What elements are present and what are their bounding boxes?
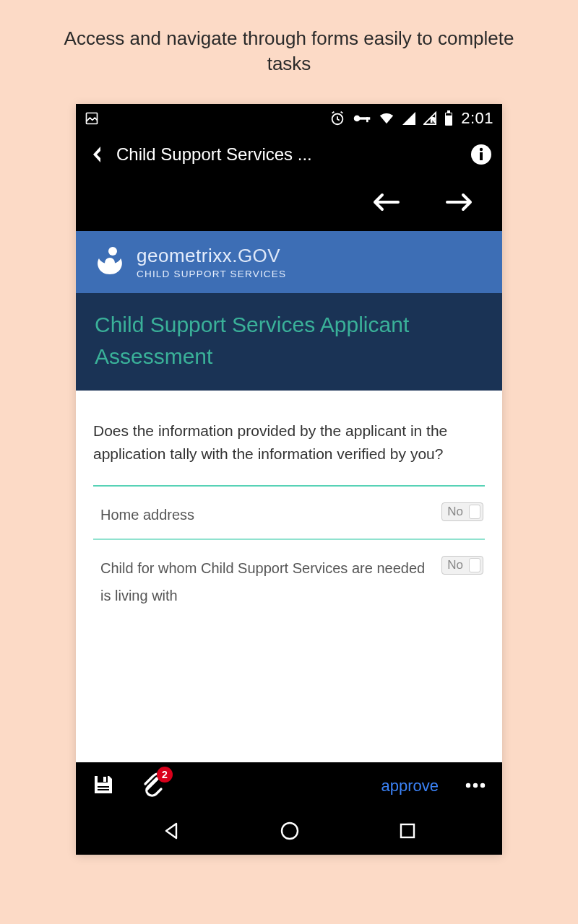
roaming-icon: R (423, 111, 436, 126)
approve-button[interactable]: approve (381, 777, 439, 796)
svg-rect-4 (366, 117, 368, 122)
svg-point-13 (105, 258, 115, 268)
svg-rect-22 (401, 824, 414, 837)
svg-point-11 (480, 148, 483, 151)
attachment-button[interactable]: 2 (141, 772, 164, 800)
toggle-value: No (444, 505, 466, 519)
svg-rect-17 (98, 789, 109, 790)
brand-text: geometrixx.GOV CHILD SUPPORT SERVICES (137, 245, 286, 279)
app-bar: Child Support Services ... (76, 133, 502, 176)
page-caption: Access and navigate through forms easily… (0, 0, 578, 91)
svg-point-21 (282, 823, 298, 839)
form-heading: Child Support Services Applicant Assessm… (95, 309, 483, 372)
brand-logo-icon (93, 244, 126, 280)
bottom-action-bar: 2 approve (76, 762, 502, 810)
key-icon (353, 111, 371, 126)
form-question: Does the information provided by the app… (93, 419, 485, 465)
attachment-badge: 2 (157, 767, 173, 783)
brand-subtitle: CHILD SUPPORT SERVICES (137, 269, 286, 279)
svg-rect-10 (480, 152, 483, 160)
form-pager (76, 176, 502, 231)
image-icon (85, 111, 99, 126)
form-area: Does the information provided by the app… (76, 391, 502, 762)
prev-page-button[interactable] (372, 192, 401, 215)
android-back-button[interactable] (162, 821, 181, 843)
android-home-button[interactable] (280, 821, 300, 844)
svg-point-20 (480, 783, 485, 788)
toggle-knob (469, 558, 480, 572)
toggle-switch[interactable]: No (441, 556, 483, 575)
brand-name: geometrixx (137, 245, 232, 266)
form-items: Home address No Child for whom Child Sup… (93, 485, 485, 619)
svg-rect-15 (103, 777, 106, 782)
info-button[interactable] (466, 144, 492, 165)
android-nav-bar (76, 810, 502, 855)
android-recents-button[interactable] (399, 822, 416, 842)
svg-text:R: R (431, 117, 436, 124)
svg-rect-16 (98, 786, 109, 788)
save-button[interactable] (92, 773, 115, 799)
brand-domain: .GOV (232, 245, 280, 266)
svg-rect-3 (359, 117, 371, 119)
status-bar: R 2:01 (76, 104, 502, 133)
back-button[interactable] (86, 145, 108, 164)
svg-rect-7 (447, 110, 450, 113)
next-page-button[interactable] (444, 192, 473, 215)
form-item: Home address No (93, 485, 485, 539)
toggle-switch[interactable]: No (441, 502, 483, 521)
svg-rect-8 (446, 113, 452, 116)
svg-point-18 (466, 783, 470, 788)
form-item: Child for whom Child Support Services ar… (93, 539, 485, 619)
appbar-title: Child Support Services ... (108, 144, 466, 165)
more-button[interactable] (465, 780, 486, 793)
svg-point-19 (473, 783, 478, 788)
form-item-label: Child for whom Child Support Services ar… (100, 554, 430, 609)
wifi-icon (379, 111, 394, 126)
form-item-label: Home address (100, 501, 194, 528)
toggle-value: No (444, 558, 466, 572)
battery-icon (444, 110, 454, 126)
phone-frame: R 2:01 Child Support Services ... (76, 104, 502, 855)
signal-icon (402, 111, 416, 126)
status-time: 2:01 (461, 109, 493, 128)
form-heading-band: Child Support Services Applicant Assessm… (76, 293, 502, 391)
alarm-icon (329, 110, 345, 126)
toggle-knob (469, 505, 480, 519)
svg-point-12 (108, 247, 117, 256)
brand-bar: geometrixx.GOV CHILD SUPPORT SERVICES (76, 231, 502, 293)
